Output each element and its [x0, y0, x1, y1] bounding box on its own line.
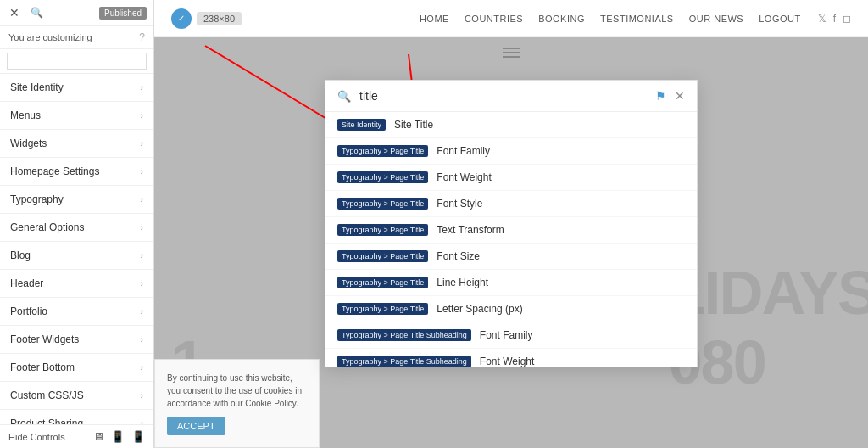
search-close-icon[interactable]: ✕ [675, 89, 685, 103]
search-result-item[interactable]: Typography > Page TitleFont Weight [326, 165, 697, 191]
sidebar-item-portfolio[interactable]: Portfolio› [0, 298, 153, 326]
result-badge: Site Identity [337, 119, 386, 131]
sidebar-item-label: Blog [10, 249, 31, 261]
sidebar-search-button[interactable]: 🔍 [29, 5, 44, 20]
result-badge: Typography > Page Title [337, 171, 428, 183]
chevron-icon: › [140, 222, 143, 232]
result-label: Font Weight [437, 171, 491, 183]
chevron-icon: › [140, 418, 143, 424]
chevron-icon: › [140, 82, 143, 92]
sidebar-item-label: Footer Bottom [10, 361, 75, 373]
top-nav: ✓ 238×80 HOMECOUNTRIESBOOKINGTESTIMONIAL… [154, 0, 868, 37]
sidebar-search-input[interactable] [7, 53, 147, 70]
sidebar-item-site-identity[interactable]: Site Identity› [0, 74, 153, 102]
result-badge: Typography > Page Title Subheading [337, 356, 471, 367]
nav-link-countries[interactable]: COUNTRIES [465, 14, 523, 24]
sidebar-bottom: Hide Controls 🖥 📱 📱 [0, 424, 153, 448]
result-badge: Typography > Page Title [337, 145, 428, 157]
logo-circle: ✓ [171, 8, 192, 29]
result-label: Letter Spacing (px) [437, 303, 522, 315]
sidebar-item-label: Site Identity [10, 81, 64, 93]
twitter-icon[interactable]: 𝕏 [818, 13, 826, 25]
social-icons: 𝕏f◻ [818, 13, 851, 25]
nav-link-booking[interactable]: BOOKING [538, 14, 585, 24]
sidebar-item-homepage-settings[interactable]: Homepage Settings› [0, 158, 153, 186]
result-label: Line Height [437, 277, 488, 288]
nav-link-logout[interactable]: LOGOUT [759, 14, 800, 24]
tablet-icon[interactable]: 📱 [111, 430, 125, 443]
instagram-icon[interactable]: ◻ [843, 13, 851, 25]
chevron-icon: › [140, 110, 143, 120]
chevron-icon: › [140, 278, 143, 288]
hamburger-line-1 [503, 48, 520, 49]
result-badge: Typography > Page Title [337, 303, 428, 315]
chevron-icon: › [140, 334, 143, 344]
search-result-item[interactable]: Typography > Page Title SubheadingFont F… [326, 322, 697, 349]
result-label: Text Transform [437, 224, 504, 236]
hide-controls-label[interactable]: Hide Controls [8, 432, 65, 442]
close-button[interactable]: ✕ [7, 5, 22, 20]
main-area: ✓ 238×80 HOMECOUNTRIESBOOKINGTESTIMONIAL… [154, 0, 868, 448]
sidebar-item-custom-css/js[interactable]: Custom CSS/JS› [0, 382, 153, 410]
sidebar-item-blog[interactable]: Blog› [0, 242, 153, 270]
help-icon[interactable]: ? [139, 31, 145, 43]
search-result-item[interactable]: Typography > Page TitleFont Family [326, 138, 697, 165]
accept-button[interactable]: ACCEPT [167, 417, 225, 435]
sidebar-item-label: Menus [10, 109, 41, 121]
desktop-icon[interactable]: 🖥 [93, 430, 104, 443]
nav-link-testimonials[interactable]: TESTIMONIALS [600, 14, 674, 24]
result-badge: Typography > Page Title [337, 224, 428, 236]
chevron-icon: › [140, 390, 143, 400]
customize-text-row: You are customizing ? [0, 26, 153, 49]
chevron-icon: › [140, 362, 143, 372]
chevron-icon: › [140, 194, 143, 204]
sidebar-item-footer-widgets[interactable]: Footer Widgets› [0, 326, 153, 354]
nav-link-our news[interactable]: OUR NEWS [689, 14, 744, 24]
mobile-icon[interactable]: 📱 [131, 430, 145, 443]
search-result-item[interactable]: Typography > Page TitleFont Style [326, 191, 697, 217]
cookie-notice: By continuing to use this website, you c… [154, 359, 320, 448]
hamburger-line-2 [503, 52, 520, 53]
sidebar-item-header[interactable]: Header› [0, 270, 153, 298]
result-badge: Typography > Page Title [337, 198, 428, 210]
sidebar-item-menus[interactable]: Menus› [0, 102, 153, 130]
result-badge: Typography > Page Title Subheading [337, 329, 471, 341]
search-modal: 🔍 ⚑ ✕ Site IdentitySite TitleTypography … [325, 80, 698, 367]
hamburger-line-3 [503, 56, 520, 58]
published-badge: Published [99, 7, 147, 20]
search-result-item[interactable]: Typography > Page Title SubheadingFont W… [326, 349, 697, 367]
search-result-item[interactable]: Typography > Page TitleText Transform [326, 217, 697, 244]
sidebar-item-label: Custom CSS/JS [10, 389, 84, 401]
sidebar-search-box [0, 49, 153, 74]
sidebar-item-label: General Options [10, 221, 84, 233]
result-badge: Typography > Page Title [337, 277, 428, 288]
cookie-text: By continuing to use this website, you c… [167, 373, 302, 408]
sidebar-item-widgets[interactable]: Widgets› [0, 130, 153, 158]
filter-icon[interactable]: ⚑ [655, 89, 666, 103]
sidebar-item-general-options[interactable]: General Options› [0, 214, 153, 242]
result-label: Site Title [394, 119, 433, 131]
sidebar-item-label: Portfolio [10, 305, 47, 317]
sidebar-item-label: Footer Widgets [10, 333, 79, 345]
search-result-item[interactable]: Typography > Page TitleLine Height [326, 270, 697, 296]
search-result-item[interactable]: Typography > Page TitleLetter Spacing (p… [326, 296, 697, 322]
search-results-list: Site IdentitySite TitleTypography > Page… [326, 112, 697, 367]
result-label: Font Family [480, 329, 533, 341]
hero-section: 1 LIDAYS080 By continuing to use this we… [154, 37, 868, 448]
chevron-icon: › [140, 250, 143, 260]
search-modal-icon: 🔍 [337, 90, 351, 103]
nav-link-home[interactable]: HOME [420, 14, 449, 24]
result-label: Font Family [437, 145, 490, 157]
sidebar-item-label: Product Sharing [10, 417, 83, 424]
sidebar-item-product-sharing[interactable]: Product Sharing› [0, 410, 153, 424]
result-label: Font Size [437, 250, 480, 262]
chevron-icon: › [140, 138, 143, 148]
sidebar: ✕ 🔍 Published You are customizing ? Site… [0, 0, 154, 448]
sidebar-item-footer-bottom[interactable]: Footer Bottom› [0, 354, 153, 382]
hamburger-menu[interactable] [503, 48, 520, 58]
facebook-icon[interactable]: f [833, 13, 836, 25]
search-result-item[interactable]: Site IdentitySite Title [326, 112, 697, 138]
search-modal-input[interactable] [359, 89, 647, 103]
sidebar-item-typography[interactable]: Typography› [0, 186, 153, 214]
search-result-item[interactable]: Typography > Page TitleFont Size [326, 244, 697, 270]
